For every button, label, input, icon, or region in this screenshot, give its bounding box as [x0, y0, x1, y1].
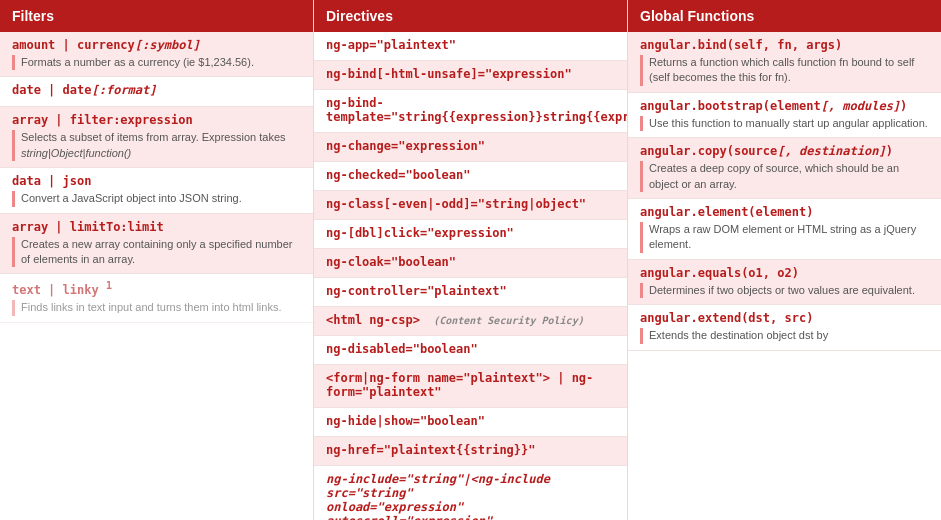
entry-ng-cloak: ng-cloak="boolean"	[314, 249, 627, 278]
filters-column: Filters amount | currency[:symbol] Forma…	[0, 0, 314, 520]
desc-angular-equals: Determines if two objects or two values …	[640, 283, 929, 298]
entry-amount-currency: amount | currency[:symbol] Formats a num…	[0, 32, 313, 77]
title-ng-include: ng-include="string"|<ng-include src="str…	[326, 472, 615, 520]
title-ng-controller: ng-controller="plaintext"	[326, 284, 615, 298]
title-ng-bind-template: ng-bind-template="string{{expression}}st…	[326, 96, 615, 124]
entry-title-linky: text | linky 1	[12, 280, 301, 297]
entry-array-filter: array | filter:expression Selects a subs…	[0, 107, 313, 168]
entry-angular-extend: angular.extend(dst, src) Extends the des…	[628, 305, 941, 350]
entry-title-amount: amount | currency[:symbol]	[12, 38, 301, 52]
title-ng-dblclick: ng-[dbl]click="expression"	[326, 226, 615, 240]
desc-angular-bootstrap: Use this function to manually start up a…	[640, 116, 929, 131]
title-angular-extend: angular.extend(dst, src)	[640, 311, 929, 325]
title-ng-change: ng-change="expression"	[326, 139, 615, 153]
title-angular-copy: angular.copy(source[, destination])	[640, 144, 929, 158]
entry-angular-equals: angular.equals(o1, o2) Determines if two…	[628, 260, 941, 305]
title-ng-checked: ng-checked="boolean"	[326, 168, 615, 182]
entry-angular-element: angular.element(element) Wraps a raw DOM…	[628, 199, 941, 260]
entry-ng-href: ng-href="plaintext{{string}}"	[314, 437, 627, 466]
entry-angular-bind: angular.bind(self, fn, args) Returns a f…	[628, 32, 941, 93]
entry-data-json: data | json Convert a JavaScript object …	[0, 168, 313, 213]
title-angular-bootstrap: angular.bootstrap(element[, modules])	[640, 99, 929, 113]
title-html-ng-csp: <html ng-csp> (Content Security Policy)	[326, 313, 615, 327]
entry-angular-bootstrap: angular.bootstrap(element[, modules]) Us…	[628, 93, 941, 138]
directives-column: Directives ng-app="plaintext" ng-bind[-h…	[314, 0, 628, 520]
entry-angular-copy: angular.copy(source[, destination]) Crea…	[628, 138, 941, 199]
entry-form-ng-form: <form|ng-form name="plaintext"> | ng-for…	[314, 365, 627, 408]
title-ng-app: ng-app="plaintext"	[326, 38, 615, 52]
entry-desc-filter: Selects a subset of items from array. Ex…	[12, 130, 301, 161]
entry-ng-class: ng-class[-even|-odd]="string|object"	[314, 191, 627, 220]
title-ng-bind: ng-bind[-html-unsafe]="expression"	[326, 67, 615, 81]
entry-array-limitto: array | limitTo:limit Creates a new arra…	[0, 214, 313, 275]
title-angular-bind: angular.bind(self, fn, args)	[640, 38, 929, 52]
entry-title-json: data | json	[12, 174, 301, 188]
entry-text-linky: text | linky 1 Finds links in text input…	[0, 274, 313, 322]
entry-html-ng-csp: <html ng-csp> (Content Security Policy)	[314, 307, 627, 336]
entry-ng-include: ng-include="string"|<ng-include src="str…	[314, 466, 627, 520]
main-container: Filters amount | currency[:symbol] Forma…	[0, 0, 941, 520]
title-form-ng-form: <form|ng-form name="plaintext"> | ng-for…	[326, 371, 615, 399]
entry-ng-bind-template: ng-bind-template="string{{expression}}st…	[314, 90, 627, 133]
entry-title-limitto: array | limitTo:limit	[12, 220, 301, 234]
title-angular-equals: angular.equals(o1, o2)	[640, 266, 929, 280]
entry-desc-limitto: Creates a new array containing only a sp…	[12, 237, 301, 268]
entry-ng-checked: ng-checked="boolean"	[314, 162, 627, 191]
desc-angular-copy: Creates a deep copy of source, which sho…	[640, 161, 929, 192]
entry-ng-dblclick: ng-[dbl]click="expression"	[314, 220, 627, 249]
entry-ng-controller: ng-controller="plaintext"	[314, 278, 627, 307]
entry-desc-json: Convert a JavaScript object into JSON st…	[12, 191, 301, 206]
title-ng-class: ng-class[-even|-odd]="string|object"	[326, 197, 615, 211]
title-ng-href: ng-href="plaintext{{string}}"	[326, 443, 615, 457]
desc-angular-bind: Returns a function which calls function …	[640, 55, 929, 86]
entry-ng-app: ng-app="plaintext"	[314, 32, 627, 61]
desc-angular-element: Wraps a raw DOM element or HTML string a…	[640, 222, 929, 253]
directives-header: Directives	[314, 0, 627, 32]
entry-ng-hide-show: ng-hide|show="boolean"	[314, 408, 627, 437]
desc-angular-extend: Extends the destination object dst by	[640, 328, 929, 343]
title-ng-cloak: ng-cloak="boolean"	[326, 255, 615, 269]
global-functions-column: Global Functions angular.bind(self, fn, …	[628, 0, 941, 520]
title-ng-disabled: ng-disabled="boolean"	[326, 342, 615, 356]
entry-desc-amount: Formats a number as a currency (ie $1,23…	[12, 55, 301, 70]
entry-ng-bind: ng-bind[-html-unsafe]="expression"	[314, 61, 627, 90]
entry-date-format: date | date[:format]	[0, 77, 313, 107]
filters-header: Filters	[0, 0, 313, 32]
entry-title-date: date | date[:format]	[12, 83, 301, 97]
entry-title-filter: array | filter:expression	[12, 113, 301, 127]
title-angular-element: angular.element(element)	[640, 205, 929, 219]
title-ng-hide-show: ng-hide|show="boolean"	[326, 414, 615, 428]
entry-desc-linky: Finds links in text input and turns them…	[12, 300, 301, 315]
entry-ng-disabled: ng-disabled="boolean"	[314, 336, 627, 365]
global-functions-header: Global Functions	[628, 0, 941, 32]
entry-ng-change: ng-change="expression"	[314, 133, 627, 162]
